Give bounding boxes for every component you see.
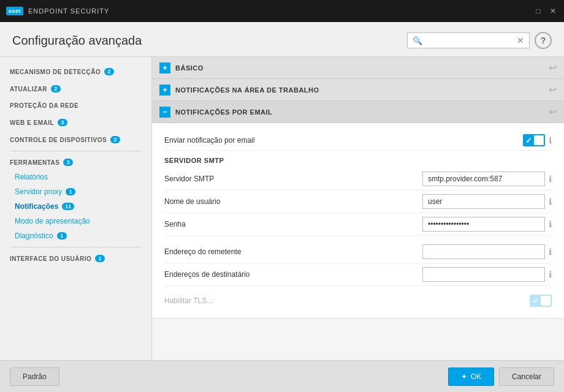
main-window: eset ENDPOINT SECURITY □ ✕ Configuração … bbox=[0, 0, 564, 392]
info-icon-senha[interactable]: ℹ bbox=[549, 219, 552, 229]
page-title: Configuração avançada bbox=[12, 34, 142, 48]
input-endereco-remetente[interactable] bbox=[422, 244, 545, 259]
sidebar-item-interface[interactable]: INTERFACE DO USUÁRIO 1 bbox=[0, 251, 151, 266]
control-endereco-remetente: ℹ bbox=[422, 244, 552, 259]
bottom-right-buttons: ✦ OK Cancelar bbox=[448, 368, 554, 386]
row-enderecos-destinatario: Endereços de destinatário ℹ bbox=[164, 263, 552, 286]
header-right: 🔍 ✕ ? bbox=[407, 32, 552, 49]
minimize-button[interactable]: □ bbox=[533, 6, 543, 16]
sidebar-divider-2 bbox=[10, 247, 142, 247]
badge-mecanismo: 2 bbox=[104, 68, 114, 75]
padrao-button[interactable]: Padrão bbox=[10, 368, 59, 386]
input-nome-usuario[interactable] bbox=[422, 194, 545, 209]
label-nome-usuario: Nome de usuário bbox=[164, 197, 422, 206]
titlebar-controls: □ ✕ bbox=[533, 6, 558, 16]
titlebar-logo-area: eset ENDPOINT SECURITY bbox=[6, 7, 533, 15]
sidebar-item-web[interactable]: WEB E EMAIL 3 bbox=[0, 115, 151, 130]
sidebar-section-ferramentas: FERRAMENTAS 3 Relatórios Servidor proxy … bbox=[0, 155, 151, 243]
sidebar-item-controle[interactable]: CONTROLE DE DISPOSITIVOS 2 bbox=[0, 132, 151, 147]
ok-button[interactable]: ✦ OK bbox=[448, 368, 494, 386]
label-partial: Habilitar TLS... bbox=[164, 296, 530, 305]
info-icon-enderecos-destinatario[interactable]: ℹ bbox=[549, 270, 552, 279]
sidebar-link-notificacoes[interactable]: Notificações 11 bbox=[0, 199, 151, 214]
badge-interface: 1 bbox=[95, 255, 105, 262]
row-servidor-smtp: Servidor SMTP ℹ bbox=[164, 168, 552, 190]
control-servidor-smtp: ℹ bbox=[422, 172, 552, 186]
sidebar-item-ferramentas[interactable]: FERRAMENTAS 3 bbox=[0, 155, 151, 170]
label-enderecos-destinatario: Endereços de destinatário bbox=[164, 270, 422, 279]
sidebar-item-mecanismo[interactable]: MECANISMO DE DETECÇÃO 2 bbox=[0, 64, 151, 79]
section-header-notificacoes-email[interactable]: − NOTIFICAÇÕES POR EMAIL ↩ bbox=[152, 101, 564, 123]
sidebar-section-interface: INTERFACE DO USUÁRIO 1 bbox=[0, 251, 151, 266]
help-button[interactable]: ? bbox=[535, 32, 552, 49]
sidebar: MECANISMO DE DETECÇÃO 2 ATUALIZAR 2 PROT… bbox=[0, 57, 152, 360]
sidebar-section-protecao: PROTEÇÃO DA REDE bbox=[0, 99, 151, 113]
sidebar-link-modo-apresentacao[interactable]: Modo de apresentação bbox=[0, 214, 151, 228]
toggle-enviar-notificacao[interactable]: ✓ bbox=[523, 134, 545, 146]
row-nome-usuario: Nome de usuário ℹ bbox=[164, 190, 552, 213]
control-enderecos-destinatario: ℹ bbox=[422, 267, 552, 282]
badge-servidor-proxy: 1 bbox=[66, 188, 75, 195]
badge-ferramentas: 3 bbox=[63, 159, 73, 166]
section-toggle-notificacoes-email: − bbox=[159, 107, 170, 118]
row-senha: Senha ℹ bbox=[164, 213, 552, 236]
sidebar-section-mecanismo: MECANISMO DE DETECÇÃO 2 bbox=[0, 64, 151, 79]
badge-web: 3 bbox=[58, 119, 67, 126]
section-body-notificacoes-email: Enviar notificação por email ✓ ℹ SERVIDO… bbox=[152, 123, 564, 318]
ok-icon: ✦ bbox=[461, 372, 467, 381]
toggle-partial[interactable]: ✓ bbox=[530, 295, 552, 307]
section-toggle-notificacoes-area: + bbox=[159, 85, 170, 96]
cancelar-button[interactable]: Cancelar bbox=[499, 368, 554, 386]
search-icon: 🔍 bbox=[413, 36, 422, 45]
bottom-bar: Padrão ✦ OK Cancelar bbox=[0, 360, 564, 392]
control-enviar-notificacao: ✓ ℹ bbox=[523, 134, 552, 146]
section-reset-notificacoes-email[interactable]: ↩ bbox=[549, 106, 557, 118]
titlebar-title: ENDPOINT SECURITY bbox=[28, 7, 109, 15]
info-icon-servidor-smtp[interactable]: ℹ bbox=[549, 174, 552, 184]
close-button[interactable]: ✕ bbox=[548, 6, 558, 16]
spacer bbox=[164, 236, 552, 241]
sidebar-divider-1 bbox=[10, 151, 142, 151]
section-reset-notificacoes-area[interactable]: ↩ bbox=[549, 84, 557, 96]
search-input[interactable] bbox=[425, 36, 517, 45]
section-header-basico[interactable]: + BÁSICO ↩ bbox=[152, 57, 564, 79]
sidebar-item-protecao[interactable]: PROTEÇÃO DA REDE bbox=[0, 99, 151, 113]
info-icon-enviar-notificacao[interactable]: ℹ bbox=[549, 135, 552, 145]
sidebar-section-web: WEB E EMAIL 3 bbox=[0, 115, 151, 130]
control-senha: ℹ bbox=[422, 217, 552, 232]
search-box[interactable]: 🔍 ✕ bbox=[407, 32, 530, 48]
main-area: Configuração avançada 🔍 ✕ ? MECANISMO DE… bbox=[0, 22, 564, 360]
sidebar-section-atualizar: ATUALIZAR 2 bbox=[0, 81, 151, 96]
badge-controle: 2 bbox=[110, 136, 120, 143]
input-enderecos-destinatario[interactable] bbox=[422, 267, 545, 282]
subsection-heading-smtp: SERVIDOR SMTP bbox=[164, 151, 552, 168]
label-senha: Senha bbox=[164, 220, 422, 228]
label-servidor-smtp: Servidor SMTP bbox=[164, 175, 422, 183]
sidebar-link-relatorios[interactable]: Relatórios bbox=[0, 170, 151, 184]
section-reset-basico[interactable]: ↩ bbox=[549, 62, 557, 74]
sidebar-link-servidor-proxy[interactable]: Servidor proxy 1 bbox=[0, 184, 151, 199]
section-title-notificacoes-email: NOTIFICAÇÕES POR EMAIL bbox=[175, 108, 549, 116]
input-servidor-smtp[interactable] bbox=[422, 172, 545, 186]
sidebar-item-atualizar[interactable]: ATUALIZAR 2 bbox=[0, 81, 151, 96]
control-nome-usuario: ℹ bbox=[422, 194, 552, 209]
titlebar: eset ENDPOINT SECURITY □ ✕ bbox=[0, 0, 564, 22]
label-enviar-notificacao: Enviar notificação por email bbox=[164, 136, 523, 145]
section-title-basico: BÁSICO bbox=[175, 64, 549, 72]
row-endereco-remetente: Endereço do remetente ℹ bbox=[164, 241, 552, 263]
label-endereco-remetente: Endereço do remetente bbox=[164, 247, 422, 256]
control-partial: ✓ bbox=[530, 295, 552, 307]
info-icon-endereco-remetente[interactable]: ℹ bbox=[549, 247, 552, 257]
section-toggle-basico: + bbox=[159, 62, 170, 74]
row-enviar-notificacao: Enviar notificação por email ✓ ℹ bbox=[164, 130, 552, 151]
info-icon-nome-usuario[interactable]: ℹ bbox=[549, 197, 552, 206]
section-title-notificacoes-area: NOTIFICAÇÕES NA ÁREA DE TRABALHO bbox=[175, 86, 549, 94]
content-header: Configuração avançada 🔍 ✕ ? bbox=[0, 22, 564, 57]
body-split: MECANISMO DE DETECÇÃO 2 ATUALIZAR 2 PROT… bbox=[0, 57, 564, 360]
row-partial: Habilitar TLS... ✓ bbox=[164, 286, 552, 311]
search-clear-button[interactable]: ✕ bbox=[517, 36, 524, 45]
section-header-notificacoes-area[interactable]: + NOTIFICAÇÕES NA ÁREA DE TRABALHO ↩ bbox=[152, 79, 564, 101]
input-senha[interactable] bbox=[422, 217, 545, 232]
right-panel: + BÁSICO ↩ + NOTIFICAÇÕES NA ÁREA DE TRA… bbox=[152, 57, 564, 360]
sidebar-link-diagnostico[interactable]: Diagnóstico 1 bbox=[0, 228, 151, 243]
